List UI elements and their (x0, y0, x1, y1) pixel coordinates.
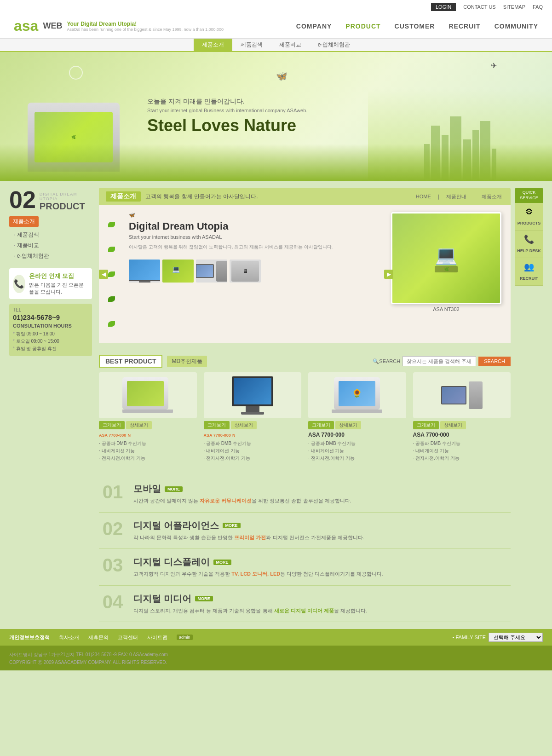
hero-text: 오늘을 지켜 미래를 만들어갑니다. Start your internet g… (147, 98, 307, 135)
section-tag: 제품소개 (106, 191, 141, 202)
qs-item-products[interactable]: ⚙ PRODUCTS (515, 203, 543, 231)
airplane-decoration: ✈ (491, 61, 497, 70)
product-img-4 (413, 372, 511, 418)
detail-btn-4[interactable]: 상세보기 (440, 421, 466, 429)
detail-btn-1[interactable]: 상세보기 (126, 421, 152, 429)
sidebar-section-title: 02 DIGITAL DREAM UTOPIA PRODUCT (9, 188, 92, 212)
sidebar-recruit[interactable]: 📞 온라인 인재 모집 맑은 마음을 가진 오픈문플을 모십니다. (9, 268, 92, 299)
sidebar-active-item[interactable]: 제품소개 (9, 216, 39, 227)
showcase-left: 🦋 Digital Dream Utopia Start your intern… (106, 212, 382, 336)
quick-service: QUICKSERVICE ⚙ PRODUCTS 📞 HELP DESK 👥 RE… (515, 188, 543, 622)
login-button[interactable]: LOGIN (431, 3, 456, 11)
butterfly-decoration: 🦋 (276, 70, 288, 81)
thumb-3[interactable] (196, 260, 227, 283)
info-badge-3[interactable]: MORE (213, 560, 231, 565)
view-btn-3[interactable]: 크게보기 (308, 421, 334, 429)
footer-address: 사이트명시 강남구 1가구21번지 TEL 01)234-5678~9 FAX:… (9, 652, 543, 658)
detail-btn-2[interactable]: 상세보기 (231, 421, 257, 429)
nav-community[interactable]: COMMUNITY (494, 23, 538, 30)
footer-link-privacy[interactable]: 개인정보보호정책 (9, 634, 50, 641)
people-icon: 👥 (517, 262, 541, 272)
md-recommend-tab[interactable]: MD추천제품 (167, 356, 207, 367)
gear-icon: ⚙ (517, 207, 541, 217)
footer-link-sitemap[interactable]: 사이트맵 (147, 634, 167, 641)
footer-link-company[interactable]: 회사소개 (59, 634, 79, 641)
view-btn-2[interactable]: 크게보기 (204, 421, 230, 429)
info-num-4: 04 (99, 593, 126, 611)
contact-link[interactable]: CONTACT US (463, 4, 496, 10)
recruit-text: 온라인 인재 모집 맑은 마음을 가진 오픈문플을 모십니다. (29, 272, 88, 295)
product-feature-2-3: 전자사전.어학기 기능 (204, 455, 302, 462)
subnav-product-compare[interactable]: 제품비교 (271, 39, 310, 51)
sidebar-item-search[interactable]: 제품검색 (9, 230, 92, 240)
info-item-1: 01 모바일 MORE 시간과 공간에 얼매이지 않는 자유로운 커뮤니케이션을… (99, 476, 511, 513)
info-badge-2[interactable]: MORE (223, 523, 241, 528)
section-desc: 고객의 행복을 함께 만들어가는 아사달입니다. (145, 193, 258, 201)
next-arrow[interactable]: ▶ (384, 270, 393, 279)
info-desc-2: 각 나라의 문화적 특성과 생활 습관을 반영한 프리미엄 가전과 디지털 컨버… (133, 534, 364, 542)
info-badge-4[interactable]: MORE (195, 596, 213, 601)
info-title-4: 디지털 미디어 MORE (133, 593, 367, 605)
info-title-3: 디지털 디스플레이 MORE (133, 556, 384, 568)
search-input[interactable] (402, 356, 476, 366)
qs-item-helpdesk[interactable]: 📞 HELP DESK (515, 231, 543, 258)
main-nav: COMPANY PRODUCT CUSTOMER RECRUIT COMMUNI… (296, 23, 538, 30)
view-btn-4[interactable]: 크게보기 (413, 421, 439, 429)
product-name-4: ASA 7700-000 (413, 432, 511, 438)
product-name-2: ASA 7700-000 N (204, 432, 302, 438)
thumb-1[interactable] (129, 260, 160, 283)
thumb-4[interactable]: 🖥 (230, 260, 261, 283)
sidebar-digital-label: DIGITAL DREAM UTOPIA (40, 192, 92, 201)
info-item-4: 04 디지털 미디어 MORE 디지털 스토리지, 개인용 컴퓨터 등 제품과 … (99, 586, 511, 623)
section-title-area: 제품소개 고객의 행복을 함께 만들어가는 아사달입니다. (106, 191, 258, 202)
nav-company[interactable]: COMPANY (296, 23, 332, 30)
product-feature-1-2: 내비게이션 기능 (99, 447, 197, 455)
sidebar-item-experience[interactable]: e-업체체험관 (9, 251, 92, 261)
qs-label-products: PRODUCTS (518, 221, 541, 225)
subnav-product-experience[interactable]: e-업체체험관 (310, 39, 359, 51)
product-feature-2-1: 공중파 DMB 수신기능 (204, 440, 302, 447)
best-product-title: BEST PRODUCT (99, 355, 162, 368)
header: asaWEB Your Digital Dream Utopia! AsaDal… (0, 14, 552, 39)
logo-asa: asa (14, 17, 38, 35)
info-num-3: 03 (99, 556, 126, 574)
thumb-2[interactable]: 💻 (162, 260, 194, 283)
consultation-title: CONSULTATION HOURS (13, 323, 88, 329)
sidebar-tel: TEL 01)234-5678~9 CONSULTATION HOURS 평일 … (9, 304, 92, 356)
detail-btn-3[interactable]: 상세보기 (335, 421, 361, 429)
tel-label: TEL (13, 307, 88, 312)
hours-holiday: 휴일 및 공휴일 휴진 (13, 345, 88, 352)
hero-title: Steel Loves Nature (147, 116, 307, 135)
showcase-title: Digital Dream Utopia (129, 220, 382, 232)
footer-copyright: COPYRIGHT ⓒ 2009 ASAACADEMY COMPANY. ALL… (9, 659, 543, 666)
footer-link-customer[interactable]: 고객센터 (118, 634, 138, 641)
product-img-2 (204, 372, 302, 418)
nav-product[interactable]: PRODUCT (345, 23, 380, 30)
sidebar-item-compare[interactable]: 제품비교 (9, 240, 92, 251)
sub-nav: 제품소개 제품검색 제품비교 e-업체체험관 (0, 39, 552, 52)
family-site-select[interactable]: 선택해 주세요 (489, 633, 543, 642)
qs-item-recruit[interactable]: 👥 RECRUIT (515, 258, 543, 286)
faq-link[interactable]: FAQ (533, 4, 543, 10)
family-site: • FAMILY SITE 선택해 주세요 (452, 633, 543, 642)
subnav-product-search[interactable]: 제품검색 (232, 39, 271, 51)
sitemap-link[interactable]: SITEMAP (503, 4, 525, 10)
phone-icon: 📞 (517, 234, 541, 244)
hero-subtitle: Start your internet global Business with… (147, 108, 307, 113)
search-area: 🔍SEARCH SEARCH (373, 356, 511, 366)
footer-link-partnership[interactable]: 제휴문의 (88, 634, 109, 641)
info-badge-1[interactable]: MORE (165, 486, 183, 492)
nav-recruit[interactable]: RECRUIT (448, 23, 480, 30)
bubble-decoration (69, 66, 83, 80)
search-button[interactable]: SEARCH (478, 357, 511, 366)
laptop-screen: 🌿 (71, 135, 76, 139)
info-title-2: 디지털 어플라이언스 MORE (133, 519, 364, 532)
nav-customer[interactable]: CUSTOMER (395, 23, 435, 30)
product-card-2: 크게보기 상세보기 ASA 7700-000 N 공중파 DMB 수신기능 내비… (204, 372, 302, 462)
footer-admin-link[interactable]: admin (177, 635, 193, 640)
product-feature-4-2: 내비게이션 기능 (413, 447, 511, 455)
subnav-product-intro[interactable]: 제품소개 (194, 39, 232, 51)
view-btn-1[interactable]: 크게보기 (99, 421, 125, 429)
qs-label-helpdesk: HELP DESK (517, 248, 540, 253)
recruit-title: 온라인 인재 모집 (29, 272, 88, 280)
